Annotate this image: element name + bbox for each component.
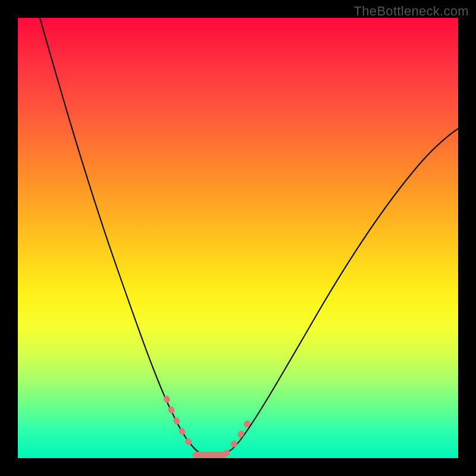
marker-cluster-left [167,399,195,450]
plot-area [18,18,458,458]
marker-cluster-right [226,415,252,453]
bottleneck-curve [40,18,458,456]
chart-frame: TheBottleneck.com [0,0,476,476]
curve-layer [18,18,458,458]
watermark-text: TheBottleneck.com [354,4,469,19]
